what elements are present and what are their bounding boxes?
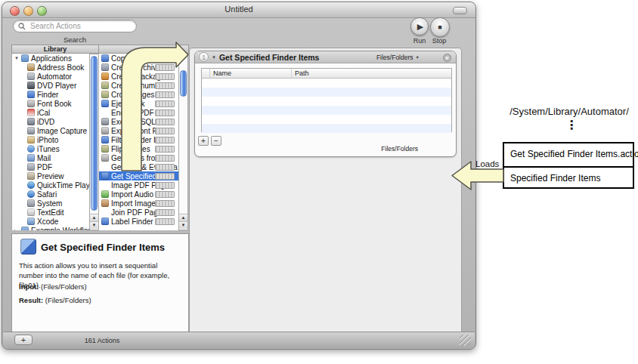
dvd-player-icon [27, 82, 35, 89]
xcode-icon [27, 217, 35, 225]
sidebar-item-xcode[interactable]: Xcode [12, 217, 89, 226]
finder-action-icon [101, 172, 109, 180]
actions-scrollbar[interactable]: ▲ ▼ [178, 54, 188, 230]
sidebar-item-image-capture[interactable]: Image Capture [12, 126, 89, 135]
sidebar-item-ical[interactable]: iCal [12, 108, 89, 117]
resize-grip[interactable] [460, 335, 471, 346]
pdf-icon [27, 163, 35, 171]
sidebar-item-safari[interactable]: Safari [12, 190, 89, 199]
itunes-icon [27, 145, 35, 153]
sidebar-item-pdf[interactable]: PDF [12, 162, 89, 171]
close-action-button[interactable]: × [443, 54, 451, 62]
sidebar-item-mail[interactable]: Mail [12, 153, 89, 162]
workflow-action-header[interactable]: 1 ▼ Get Specified Finder Items Files/Fol… [195, 51, 456, 63]
action-item-join-pdf-pages[interactable]: Join PDF Pages [99, 208, 178, 217]
scroll-down-icon[interactable]: ▼ [90, 221, 98, 229]
column-header-name[interactable]: Name [213, 69, 231, 77]
action-item-encrypt-pdf-docu[interactable]: Encrypt PDF Docu [99, 108, 178, 117]
automator-screenshot: Untitled Search ▶ Run ■ Stop Library ▼Ap… [0, 0, 638, 364]
action-item-get-fonts-from-fo[interactable]: Get Fonts from Fo [99, 153, 178, 162]
sidebar-item-automator[interactable]: Automator [12, 72, 89, 81]
column-divider [291, 69, 292, 78]
action-item-get-odd-even-pa[interactable]: Get Odd & Even Pa [99, 162, 178, 171]
font-action-icon [101, 154, 109, 162]
add-remove-controls: + − [198, 136, 224, 146]
stop-button[interactable]: ■ [430, 17, 450, 37]
scroll-up-icon[interactable]: ▲ [179, 214, 187, 221]
disclosure-open-icon[interactable]: ▼ [14, 56, 21, 60]
run-button[interactable]: ▶ [410, 17, 429, 35]
sidebar-item-applications[interactable]: ▼Applications [12, 54, 89, 63]
action-item-import-audio-file[interactable]: Import Audio File [99, 190, 178, 199]
type-popup-button[interactable]: Files/Folders ▼ [376, 54, 420, 61]
specified-items-table[interactable]: Name Path [201, 68, 452, 132]
sidebar-item-quicktime-player[interactable]: QuickTime Player [12, 180, 89, 190]
action-item-create-archive[interactable]: Create Archive [99, 63, 178, 72]
no-icon [101, 163, 109, 171]
sidebar-item-finder[interactable]: Finder [12, 90, 89, 99]
table-row [202, 124, 451, 133]
table-body[interactable] [202, 79, 451, 133]
library-scrollbar-thumb[interactable] [91, 56, 98, 211]
toolbar-toggle-pill[interactable] [453, 7, 467, 14]
sidebar-item-textedit[interactable]: TextEdit [12, 208, 89, 217]
actions-column-header[interactable] [98, 45, 189, 54]
sidebar-item-idvd[interactable]: iDVD [12, 117, 89, 126]
finder-icon [27, 91, 35, 98]
action-item-create-thumbnail[interactable]: Create Thumbnail [99, 81, 178, 90]
library-list: ▼ApplicationsAddress BookAutomatorDVD Pl… [11, 54, 89, 230]
sidebar-item-label: Example Workflows [31, 227, 89, 231]
sidebar-item-itunes[interactable]: iTunes [12, 144, 89, 153]
action-item-filter-finder-items[interactable]: Filter Finder Items [99, 135, 178, 144]
action-item-crop-images[interactable]: Crop Images [99, 90, 178, 99]
action-display-name: Specified Finder Items [504, 168, 633, 189]
actions-scrollbar-thumb[interactable] [180, 70, 187, 97]
sidebar-item-example-workflows[interactable]: ▶Example Workflows [12, 226, 89, 230]
no-icon [101, 181, 109, 189]
add-item-button[interactable]: + [198, 136, 209, 146]
scroll-up-icon[interactable]: ▲ [90, 214, 98, 221]
action-item-image-pdf-pages[interactable]: Image PDF Pages [99, 180, 178, 190]
action-meta-chip [155, 110, 175, 116]
action-item-export-font-files[interactable]: Export Font Files [99, 126, 178, 135]
action-item-label: Execute SQL [111, 118, 156, 126]
play-icon: ▶ [417, 22, 423, 32]
action-item-get-specified-find[interactable]: Get Specified Find [99, 171, 178, 180]
sidebar-item-label: QuickTime Player [37, 181, 89, 190]
library-column-header[interactable]: Library [11, 45, 99, 54]
sidebar-item-dvd-player[interactable]: DVD Player [12, 81, 89, 90]
titlebar[interactable]: Untitled [2, 2, 475, 18]
column-header-path[interactable]: Path [295, 69, 309, 77]
search-input[interactable] [29, 21, 122, 31]
action-item-eject-disk[interactable]: Eject Disk [99, 99, 178, 108]
search-field[interactable] [13, 20, 137, 32]
disclosure-closed-icon[interactable]: ▶ [14, 228, 21, 231]
scroll-down-icon[interactable]: ▼ [179, 221, 187, 229]
sidebar-item-label: Address Book [37, 63, 84, 72]
run-label: Run [410, 37, 429, 45]
sidebar-item-system[interactable]: System [12, 199, 89, 208]
example-workflows-folder-icon [21, 227, 29, 230]
sidebar-item-address-book[interactable]: Address Book [12, 63, 89, 72]
description-input: Input: (Files/Folders) [19, 282, 87, 291]
no-icon [101, 109, 109, 116]
finder-action-icon [101, 217, 109, 225]
remove-item-button[interactable]: − [211, 136, 221, 146]
action-meta-chip [155, 55, 175, 62]
sidebar-item-iphoto[interactable]: iPhoto [12, 135, 89, 144]
disclosure-open-icon[interactable]: ▼ [212, 55, 216, 60]
sidebar-item-preview[interactable]: Preview [12, 171, 89, 180]
type-popup-value: Files/Folders [376, 54, 413, 61]
action-item-execute-sql[interactable]: Execute SQL [99, 117, 178, 126]
action-item-import-images-int[interactable]: Import Images int [99, 199, 178, 208]
sidebar-item-font-book[interactable]: Font Book [12, 99, 89, 108]
action-item-create-package[interactable]: Create Package [99, 72, 178, 81]
add-workflow-button[interactable]: + [14, 335, 33, 345]
audio-action-icon [101, 190, 109, 198]
step-number-badge: 1 [199, 52, 209, 62]
action-item-copy-finder-items[interactable]: Copy Finder Items [99, 54, 178, 63]
action-item-label-finder-items[interactable]: Label Finder Items [99, 217, 178, 226]
finder-action-icon [101, 100, 109, 107]
column-divider [209, 69, 210, 78]
action-item-flip-images[interactable]: Flip Images [99, 144, 178, 153]
